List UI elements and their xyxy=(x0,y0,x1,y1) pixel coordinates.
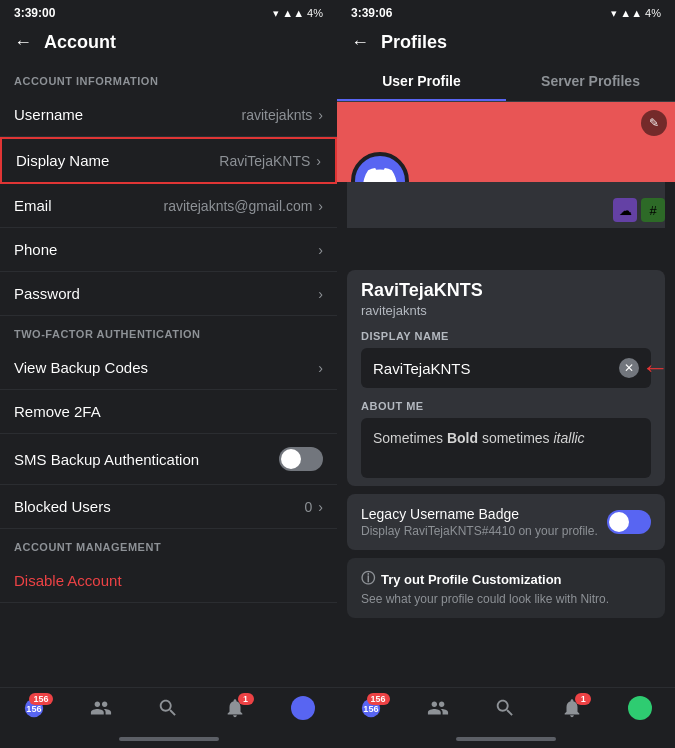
menu-item-password[interactable]: Password › xyxy=(0,272,337,316)
right-notification-badge: 1 xyxy=(575,693,591,705)
blocked-users-value-row: 0 › xyxy=(305,499,323,515)
profile-card: ✎ ✎ ☁ # xyxy=(337,102,675,486)
username-chevron: › xyxy=(318,107,323,123)
right-nav-home[interactable]: 156 156 xyxy=(360,697,382,719)
nav-notifications[interactable]: 1 xyxy=(224,697,246,719)
password-label: Password xyxy=(14,285,80,302)
tab-user-profile[interactable]: User Profile xyxy=(337,63,506,101)
section-account-management: ACCOUNT MANAGEMENT xyxy=(0,529,337,559)
profiles-tabs: User Profile Server Profiles xyxy=(337,63,675,102)
clear-display-name-button[interactable]: ✕ xyxy=(619,358,639,378)
menu-item-phone[interactable]: Phone › xyxy=(0,228,337,272)
right-back-button[interactable]: ← xyxy=(351,32,369,53)
right-nav-notifications[interactable]: 1 xyxy=(561,697,583,719)
nav-search[interactable] xyxy=(157,697,179,719)
left-time: 3:39:00 xyxy=(14,6,55,20)
right-panel: 3:39:06 ▾ ▲▲ 4% ← Profiles User Profile … xyxy=(337,0,675,748)
right-home-bar xyxy=(456,737,556,741)
section-2fa: TWO-FACTOR AUTHENTICATION xyxy=(0,316,337,346)
nav-home[interactable]: 156 156 xyxy=(23,697,45,719)
username-label: Username xyxy=(14,106,83,123)
backup-codes-label: View Backup Codes xyxy=(14,359,148,376)
legacy-badge-row: Legacy Username Badge Display RaviTejaKN… xyxy=(347,494,665,550)
home-badge: 156 xyxy=(29,693,52,705)
left-home-indicator xyxy=(0,730,337,748)
wifi-icon: ▾ xyxy=(273,7,279,20)
left-back-button[interactable]: ← xyxy=(14,32,32,53)
blocked-users-chevron: › xyxy=(318,499,323,515)
display-name-input-value: RaviTejaKNTS xyxy=(373,360,471,377)
right-home-badge: 156 xyxy=(367,693,390,705)
nitro-promo-sub: See what your profile could look like wi… xyxy=(361,592,651,606)
email-value: ravitejaknts@gmail.com xyxy=(164,198,313,214)
nitro-info-icon: ⓘ xyxy=(361,570,375,588)
menu-item-display-name[interactable]: Display Name RaviTejaKNTS › xyxy=(0,137,337,184)
nav-profile[interactable] xyxy=(291,696,315,720)
section-account-information: ACCOUNT INFORMATION xyxy=(0,63,337,93)
display-name-value: RaviTejaKNTS xyxy=(219,153,310,169)
right-profile-scroll: ✎ ✎ ☁ # xyxy=(337,102,675,687)
phone-chevron: › xyxy=(318,242,323,258)
right-status-icons: ▾ ▲▲ 4% xyxy=(611,7,661,20)
menu-item-username[interactable]: Username ravitejaknts › xyxy=(0,93,337,137)
right-bottom-nav: 156 156 1 xyxy=(337,687,675,730)
right-nav-friends[interactable] xyxy=(427,697,449,719)
phone-label: Phone xyxy=(14,241,57,258)
legacy-badge-title: Legacy Username Badge xyxy=(361,506,598,522)
menu-item-backup-codes[interactable]: View Backup Codes › xyxy=(0,346,337,390)
sms-backup-toggle[interactable] xyxy=(279,447,323,471)
profile-info-card: RaviTejaKNTS ravitejaknts DISPLAY NAME R… xyxy=(347,270,665,486)
left-panel: 3:39:00 ▾ ▲▲ 4% ← Account ACCOUNT INFORM… xyxy=(0,0,337,748)
blocked-users-count: 0 xyxy=(305,499,313,515)
right-header: ← Profiles xyxy=(337,24,675,63)
menu-item-blocked-users[interactable]: Blocked Users 0 › xyxy=(0,485,337,529)
right-page-title: Profiles xyxy=(381,32,447,53)
menu-item-sms-backup[interactable]: SMS Backup Authentication xyxy=(0,434,337,485)
about-me-label: ABOUT ME xyxy=(361,400,651,412)
display-name-field-label: DISPLAY NAME xyxy=(361,330,651,342)
username-value: ravitejaknts xyxy=(242,107,313,123)
left-page-title: Account xyxy=(44,32,116,53)
display-name-input-row[interactable]: RaviTejaKNTS ✕ xyxy=(361,348,651,388)
toggle-knob xyxy=(281,449,301,469)
left-status-icons: ▾ ▲▲ 4% xyxy=(273,7,323,20)
left-scroll-content: ACCOUNT INFORMATION Username ravitejaknt… xyxy=(0,63,337,687)
left-status-bar: 3:39:00 ▾ ▲▲ 4% xyxy=(0,0,337,24)
right-profile-avatar-nav xyxy=(628,696,652,720)
right-wifi-icon: ▾ xyxy=(611,7,617,20)
menu-item-remove-2fa[interactable]: Remove 2FA xyxy=(0,390,337,434)
legacy-badge-toggle[interactable] xyxy=(607,510,651,534)
notification-badge: 1 xyxy=(238,693,254,705)
badge-purple: ☁ xyxy=(613,198,637,222)
display-name-label: Display Name xyxy=(16,152,109,169)
username-value-row: ravitejaknts › xyxy=(242,107,323,123)
edit-banner-button[interactable]: ✎ xyxy=(641,110,667,136)
badge-green: # xyxy=(641,198,665,222)
blocked-users-label: Blocked Users xyxy=(14,498,111,515)
backup-codes-chevron: › xyxy=(318,360,323,376)
left-header: ← Account xyxy=(0,24,337,63)
password-value-row: › xyxy=(318,286,323,302)
email-chevron: › xyxy=(318,198,323,214)
right-nav-profile[interactable] xyxy=(628,696,652,720)
right-battery-text: 4% xyxy=(645,7,661,19)
svg-text:156: 156 xyxy=(363,704,378,714)
home-bar xyxy=(119,737,219,741)
display-name-chevron: › xyxy=(316,153,321,169)
nav-friends[interactable] xyxy=(90,697,112,719)
nitro-promo-title: ⓘ Try out Profile Customization xyxy=(361,570,651,588)
right-nav-search[interactable] xyxy=(494,697,516,719)
menu-item-disable-account[interactable]: Disable Account xyxy=(0,559,337,603)
nitro-promo[interactable]: ⓘ Try out Profile Customization See what… xyxy=(347,558,665,618)
display-name-value-row: RaviTejaKNTS › xyxy=(219,153,321,169)
tab-server-profiles[interactable]: Server Profiles xyxy=(506,63,675,101)
svg-text:156: 156 xyxy=(26,704,41,714)
menu-item-email[interactable]: Email ravitejaknts@gmail.com › xyxy=(0,184,337,228)
profile-banner: ✎ ✎ xyxy=(337,102,675,182)
legacy-badge-text: Legacy Username Badge Display RaviTejaKN… xyxy=(361,506,598,538)
about-me-box[interactable]: Sometimes Bold sometimes itallic xyxy=(361,418,651,478)
right-time: 3:39:06 xyxy=(351,6,392,20)
battery-text: 4% xyxy=(307,7,323,19)
phone-value-row: › xyxy=(318,242,323,258)
left-bottom-nav: 156 156 1 xyxy=(0,687,337,730)
